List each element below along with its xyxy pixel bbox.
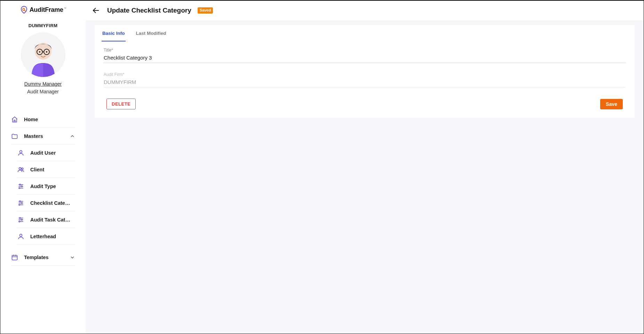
svg-point-18 (19, 187, 20, 188)
nav-label: Audit User (30, 150, 75, 156)
svg-point-16 (21, 186, 22, 187)
main: Update Checklist Category Saved Basic In… (86, 1, 644, 334)
field-audit-firm: Audit Firm* (104, 72, 626, 87)
nav-subitem-audit-user[interactable]: Audit User (17, 145, 75, 161)
svg-point-31 (20, 234, 22, 236)
nav-masters-subitems: Audit User Client Audit Type (11, 145, 75, 245)
brand-name: AuditFrame™ (30, 6, 66, 14)
field-title: Title* (104, 48, 626, 63)
user-icon (17, 149, 25, 157)
field-label: Audit Firm* (104, 72, 626, 77)
nav-label: Home (24, 117, 75, 122)
nav-label: Letterhead (30, 234, 75, 239)
logo: AuditFrame™ (0, 4, 86, 15)
nav-item-templates[interactable]: Templates (11, 249, 75, 266)
nav-subitem-audit-type[interactable]: Audit Type (17, 178, 75, 195)
chevron-up-icon (70, 133, 75, 139)
form: Title* Audit Firm* DELETE Save (95, 41, 635, 118)
nav-label: Audit Type (30, 184, 75, 189)
user-role: Audit Manager (0, 89, 86, 94)
sliders-icon (17, 182, 25, 190)
nav-label: Client (30, 167, 75, 172)
content: Basic Info Last Modified Title* Audit Fi… (86, 20, 644, 334)
nav-label: Templates (24, 255, 70, 260)
title-input[interactable] (104, 53, 626, 63)
sliders-icon (17, 216, 25, 224)
saved-badge: Saved (198, 7, 213, 13)
svg-point-28 (21, 219, 22, 220)
svg-point-30 (19, 221, 20, 222)
svg-point-11 (19, 167, 21, 169)
delete-button[interactable]: DELETE (106, 99, 136, 109)
avatar (0, 32, 86, 77)
nav-subitem-audit-task-category[interactable]: Audit Task Cat… (17, 211, 75, 228)
user-icon (17, 233, 25, 240)
nav-item-masters[interactable]: Masters (11, 128, 75, 145)
svg-line-1 (24, 10, 25, 11)
nav-label: Checklist Cate… (30, 200, 75, 206)
tab-last-modified[interactable]: Last Modified (135, 25, 167, 41)
svg-point-26 (19, 217, 21, 218)
svg-point-14 (19, 184, 21, 185)
svg-point-24 (19, 204, 20, 205)
form-actions: DELETE Save (104, 96, 626, 115)
field-label: Title* (104, 48, 626, 53)
svg-point-9 (46, 51, 47, 53)
save-button[interactable]: Save (600, 99, 623, 109)
sidebar: AuditFrame™ DUMMYFIRM (0, 1, 86, 334)
calendar-icon (11, 254, 18, 261)
nav-item-home[interactable]: Home (11, 111, 75, 128)
chevron-down-icon (70, 255, 75, 260)
topbar: Update Checklist Category Saved (86, 1, 644, 20)
home-icon (11, 116, 18, 123)
tab-basic-info[interactable]: Basic Info (102, 25, 126, 41)
svg-point-8 (39, 51, 40, 53)
nav-subitem-checklist-category[interactable]: Checklist Cate… (17, 195, 75, 211)
nav-label: Masters (24, 133, 70, 139)
tabs: Basic Info Last Modified (95, 25, 635, 41)
svg-point-20 (19, 201, 21, 202)
audit-firm-input (104, 78, 626, 87)
svg-point-12 (22, 168, 23, 170)
brand-icon (20, 6, 28, 14)
svg-rect-32 (12, 255, 17, 260)
svg-point-10 (20, 150, 22, 153)
form-card: Basic Info Last Modified Title* Audit Fi… (95, 25, 635, 118)
folder-icon (11, 132, 18, 140)
sliders-icon (17, 199, 25, 207)
nav-subitem-letterhead[interactable]: Letterhead (17, 228, 75, 245)
svg-point-22 (21, 202, 22, 203)
nav: Home Masters Audit User (0, 111, 86, 266)
nav-subitem-client[interactable]: Client (17, 161, 75, 178)
nav-label: Audit Task Cat… (30, 217, 75, 223)
page-title: Update Checklist Category (107, 7, 191, 14)
firm-name: DUMMYFIRM (0, 23, 86, 28)
back-button[interactable] (91, 6, 101, 15)
user-name-link[interactable]: Dummy Manager (0, 81, 86, 87)
users-icon (17, 166, 25, 173)
